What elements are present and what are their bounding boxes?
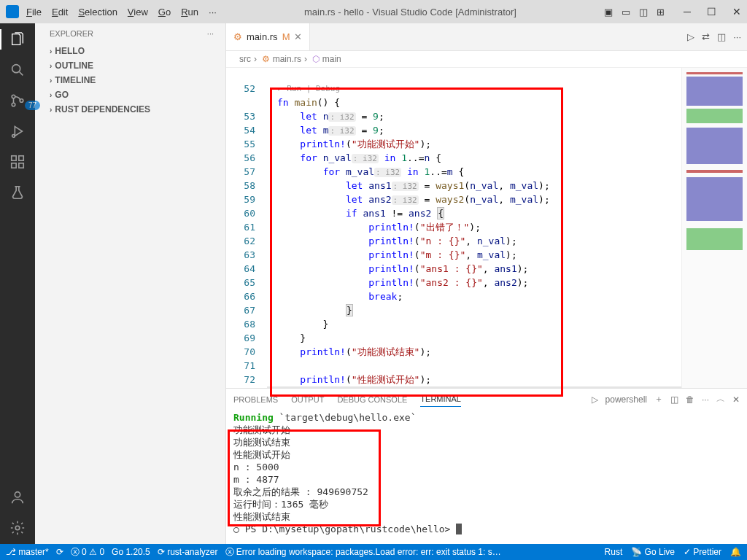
layout-secondary-icon[interactable]: ◫ xyxy=(639,7,648,18)
svg-rect-8 xyxy=(19,163,23,168)
code-line[interactable]: println!("性能测试开始"); xyxy=(267,373,681,386)
code-line[interactable]: fn main() { xyxy=(267,96,681,109)
tab-modified-indicator: M xyxy=(282,31,290,42)
split-terminal-icon[interactable]: ◫ xyxy=(670,394,678,405)
code-line[interactable]: let m: i32 = 9; xyxy=(267,123,681,137)
code-line[interactable]: for m_val: i32 in 1..=m { xyxy=(267,165,681,179)
minimap[interactable] xyxy=(681,68,747,388)
crumb-file[interactable]: main.rs xyxy=(273,54,301,64)
testing-icon[interactable] xyxy=(9,184,26,201)
tree-section-outline[interactable]: › OUTLINE xyxy=(35,58,225,73)
sync-icon[interactable]: ⟳ xyxy=(56,547,63,557)
menu-run[interactable]: Run xyxy=(181,7,198,18)
code-line[interactable]: } xyxy=(267,331,681,345)
crumb-src[interactable]: src xyxy=(239,54,251,64)
panel-tab-output[interactable]: OUTPUT xyxy=(291,392,324,407)
explorer-more-icon[interactable]: ··· xyxy=(207,29,214,38)
code-line[interactable] xyxy=(267,68,681,82)
panel-tab-debug-console[interactable]: DEBUG CONSOLE xyxy=(337,392,407,407)
breadcrumb[interactable]: src› ⚙ main.rs› ⬡ main xyxy=(226,51,747,68)
code-line[interactable]: println!("功能测试结束"); xyxy=(267,345,681,359)
search-icon[interactable] xyxy=(9,61,26,79)
menu-edit[interactable]: Edit xyxy=(52,7,68,18)
svg-point-10 xyxy=(15,526,20,530)
layout-panel-icon[interactable]: ▭ xyxy=(622,7,630,18)
rust-lang[interactable]: Rust xyxy=(605,547,623,557)
source-control-icon[interactable]: 77 xyxy=(9,92,26,109)
branch-indicator[interactable]: ⎇ master* xyxy=(6,547,49,557)
terminal-prompt[interactable]: ○ PS D:\mysetup\gopath\rustcode\hello> _ xyxy=(233,523,740,535)
codelens[interactable]: ▸ Run | Debug xyxy=(267,82,681,96)
menu-bar: File Edit Selection View Go Run ··· xyxy=(26,7,217,18)
tab-main-rs[interactable]: ⚙ main.rs M ✕ xyxy=(226,23,310,50)
close-button[interactable]: ✕ xyxy=(732,6,741,18)
terminal-picker-icon[interactable]: ▷ xyxy=(592,394,598,405)
split-editor-icon[interactable]: ◫ xyxy=(717,31,726,42)
tab-close-icon[interactable]: ✕ xyxy=(294,31,302,42)
notifications-icon[interactable]: 🔔 xyxy=(730,547,741,557)
code-line[interactable]: break; xyxy=(267,289,681,303)
terminal-line: 运行时间：1365 毫秒 xyxy=(233,498,740,510)
code-line[interactable]: println!("ans2 : {}", ans2); xyxy=(267,276,681,289)
tree-section-timeline[interactable]: › TIMELINE xyxy=(35,73,225,88)
code-line[interactable]: let n_val: i32 = 5000; xyxy=(267,386,681,388)
menu-go[interactable]: Go xyxy=(158,7,171,18)
code-line[interactable]: let n: i32 = 9; xyxy=(267,109,681,123)
menu-more[interactable]: ··· xyxy=(209,7,217,18)
debug-icon[interactable] xyxy=(9,122,26,140)
code-line[interactable]: println!("功能测试开始"); xyxy=(267,137,681,151)
panel-more-icon[interactable]: ··· xyxy=(702,394,709,405)
code-line[interactable]: println!("ans1 : {}", ans1); xyxy=(267,262,681,276)
code-content[interactable]: ▸ Run | Debugfn main() { let n: i32 = 9;… xyxy=(267,68,681,388)
panel-tab-terminal[interactable]: TERMINAL xyxy=(420,392,461,407)
svg-rect-5 xyxy=(12,156,16,160)
editor[interactable]: 52 5354555657585960616263646566676869707… xyxy=(226,68,747,388)
terminal-line: m : 4877 xyxy=(233,473,740,486)
maximize-panel-icon[interactable]: ︿ xyxy=(716,393,725,405)
accounts-icon[interactable] xyxy=(9,489,26,506)
code-line[interactable]: let ans1: i32 = ways1(n_val, m_val); xyxy=(267,179,681,192)
kill-terminal-icon[interactable]: 🗑 xyxy=(686,394,694,405)
panel-tab-problems[interactable]: PROBLEMS xyxy=(233,392,278,407)
code-line[interactable]: } xyxy=(267,303,681,317)
problems-indicator[interactable]: ⓧ 0 ⚠ 0 xyxy=(71,546,104,559)
menu-selection[interactable]: Selection xyxy=(78,7,117,18)
layout-custom-icon[interactable]: ⊞ xyxy=(657,7,665,18)
code-line[interactable]: let ans2: i32 = ways2(n_val, m_val); xyxy=(267,192,681,206)
close-panel-icon[interactable]: ✕ xyxy=(732,394,740,405)
code-line[interactable]: if ans1 != ans2 { xyxy=(267,206,681,220)
code-line[interactable] xyxy=(267,359,681,373)
code-line[interactable]: } xyxy=(267,317,681,331)
settings-icon[interactable] xyxy=(9,519,26,537)
editor-more-icon[interactable]: ··· xyxy=(733,31,741,42)
maximize-button[interactable]: ☐ xyxy=(707,6,716,18)
menu-view[interactable]: View xyxy=(128,7,148,18)
code-line[interactable]: println!("m : {}", m_val); xyxy=(267,248,681,262)
menu-file[interactable]: File xyxy=(26,7,42,18)
terminal-line: 功能测试开始 xyxy=(233,424,740,436)
code-line[interactable]: println!("n : {}", n_val); xyxy=(267,234,681,248)
crumb-symbol[interactable]: main xyxy=(322,54,341,64)
terminal-line: 性能测试结束 xyxy=(233,510,740,523)
rust-analyzer-status[interactable]: ⟳ rust-analyzer xyxy=(158,547,218,557)
tree-section-hello[interactable]: › HELLO xyxy=(35,44,225,58)
run-icon[interactable]: ▷ xyxy=(687,31,694,42)
terminal-shell-label[interactable]: powershell xyxy=(605,394,647,405)
go-live[interactable]: 📡 Go Live xyxy=(631,547,675,557)
error-message[interactable]: ⓧ Error loading workspace: packages.Load… xyxy=(225,546,503,559)
vscode-icon xyxy=(6,5,19,18)
layout-primary-icon[interactable]: ▣ xyxy=(604,7,613,18)
tree-section-rust-dependencies[interactable]: › RUST DEPENDENCIES xyxy=(35,102,225,117)
go-version[interactable]: Go 1.20.5 xyxy=(112,547,150,557)
minimize-button[interactable]: ─ xyxy=(684,6,691,18)
compare-icon[interactable]: ⇄ xyxy=(702,31,710,42)
code-line[interactable]: for n_val: i32 in 1..=n { xyxy=(267,151,681,165)
extensions-icon[interactable] xyxy=(9,153,26,171)
prettier-status[interactable]: ✓ Prettier xyxy=(684,547,721,557)
tree-section-go[interactable]: › GO xyxy=(35,88,225,102)
explorer-icon[interactable] xyxy=(9,31,26,48)
new-terminal-icon[interactable]: ＋ xyxy=(654,393,663,405)
bottom-panel: PROBLEMSOUTPUTDEBUG CONSOLETERMINAL ▷ po… xyxy=(226,388,747,544)
terminal[interactable]: Running `target\debug\hello.exe`功能测试开始功能… xyxy=(226,410,747,544)
code-line[interactable]: println!("出错了！"); xyxy=(267,220,681,234)
